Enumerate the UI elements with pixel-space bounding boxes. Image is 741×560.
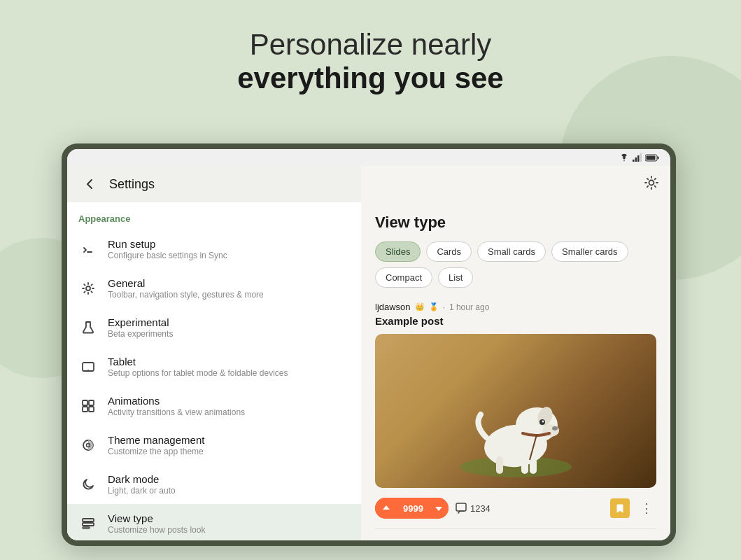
settings-item-theme-management[interactable]: Theme management Customize the app theme	[67, 426, 361, 465]
svg-rect-10	[83, 400, 87, 405]
post-image	[375, 334, 656, 488]
chip-cards[interactable]: Cards	[426, 241, 472, 262]
battery-icon	[645, 154, 659, 162]
svg-rect-3	[640, 153, 642, 162]
upvote-arrow-icon	[382, 504, 390, 512]
run-setup-title: Run setup	[108, 238, 227, 250]
settings-item-general[interactable]: General Toolbar, navigation style, gestu…	[67, 269, 361, 308]
divider	[375, 528, 656, 529]
headline-line1: Personalize nearly	[0, 28, 741, 62]
experimental-subtitle: Beta experiments	[108, 329, 173, 339]
right-toolbar	[361, 166, 670, 202]
post-title: Example post	[375, 315, 656, 327]
dark-mode-text: Dark mode Light, dark or auto	[108, 473, 176, 496]
downvote-arrow-icon	[435, 504, 443, 512]
view-type-subtitle: Customize how posts look	[108, 525, 205, 535]
gear-icon	[644, 175, 659, 190]
svg-point-7	[86, 286, 90, 290]
vote-button[interactable]: 9999	[375, 498, 449, 519]
experimental-text: Experimental Beta experiments	[108, 316, 173, 339]
vote-up-button[interactable]	[375, 498, 397, 519]
back-button[interactable]	[78, 173, 101, 195]
screen-content: Settings Appearance Run setup	[67, 166, 670, 540]
svg-rect-11	[89, 400, 94, 405]
animations-icon	[78, 396, 98, 416]
headline: Personalize nearly everything you see	[0, 0, 741, 95]
more-options-button[interactable]: ⋮	[637, 498, 656, 518]
tablet-subtitle: Setup options for tablet mode & foldable…	[108, 368, 288, 378]
theme-management-title: Theme management	[108, 434, 204, 446]
svg-rect-33	[456, 503, 466, 511]
settings-panel: Settings Appearance Run setup	[67, 166, 361, 540]
comment-icon	[456, 503, 467, 514]
post-badge-crown: 👑	[415, 302, 425, 312]
post-actions: 9999 1234	[375, 498, 656, 519]
post-meta: ljdawson 👑 🏅 · 1 hour ago	[375, 302, 656, 312]
chip-small-cards[interactable]: Small cards	[477, 241, 546, 262]
svg-point-27	[552, 426, 558, 430]
experimental-icon	[78, 318, 98, 337]
svg-point-29	[542, 421, 544, 423]
experimental-title: Experimental	[108, 316, 173, 328]
animations-text: Animations Activity transitions & view a…	[108, 395, 245, 417]
animations-subtitle: Activity transitions & view animations	[108, 407, 245, 417]
general-title: General	[108, 277, 264, 289]
device-frame: Settings Appearance Run setup	[62, 144, 676, 546]
theme-management-icon	[78, 435, 98, 455]
general-subtitle: Toolbar, navigation style, gestures & mo…	[108, 290, 264, 300]
theme-management-subtitle: Customize the app theme	[108, 447, 204, 456]
status-bar	[67, 149, 670, 166]
right-panel: View type Slides Cards Small cards Small…	[361, 166, 670, 540]
settings-item-run-setup[interactable]: Run setup Configure basic settings in Sy…	[67, 230, 361, 269]
settings-list: Appearance Run setup Configure basic set…	[67, 202, 361, 540]
view-type-text: View type Customize how posts look	[108, 512, 205, 535]
vote-count: 9999	[397, 503, 429, 514]
view-type-title: View type	[108, 512, 205, 524]
comment-button[interactable]: 1234	[456, 503, 491, 514]
chip-smaller-cards[interactable]: Smaller cards	[551, 241, 628, 262]
appearance-section-label: Appearance	[67, 202, 361, 230]
post-time: 1 hour ago	[449, 302, 489, 312]
settings-item-animations[interactable]: Animations Activity transitions & view a…	[67, 386, 361, 426]
svg-rect-2	[637, 155, 640, 162]
tablet-icon	[78, 357, 98, 377]
svg-point-9	[87, 370, 89, 371]
svg-rect-30	[521, 456, 528, 474]
svg-rect-12	[83, 407, 87, 412]
settings-header: Settings	[67, 166, 361, 202]
dark-mode-subtitle: Light, dark or auto	[108, 486, 176, 496]
post-badge-medal: 🏅	[429, 302, 439, 312]
chip-slides[interactable]: Slides	[375, 241, 421, 262]
settings-item-experimental[interactable]: Experimental Beta experiments	[67, 308, 361, 347]
svg-rect-1	[635, 158, 637, 162]
svg-rect-31	[530, 458, 537, 474]
dog-illustration	[446, 355, 586, 481]
bookmark-button[interactable]	[610, 498, 630, 518]
svg-rect-16	[83, 519, 94, 522]
dark-mode-title: Dark mode	[108, 473, 176, 485]
general-icon	[78, 279, 98, 298]
device-screen: Settings Appearance Run setup	[67, 149, 670, 540]
svg-rect-6	[647, 155, 656, 160]
settings-title: Settings	[109, 177, 155, 192]
vote-down-button[interactable]	[429, 498, 449, 519]
chip-compact[interactable]: Compact	[375, 267, 432, 288]
preview-options-label: Preview options	[375, 539, 656, 540]
run-setup-text: Run setup Configure basic settings in Sy…	[108, 238, 227, 260]
svg-rect-18	[83, 527, 90, 528]
svg-rect-32	[496, 456, 503, 474]
svg-point-21	[649, 181, 654, 186]
run-setup-icon	[78, 239, 98, 259]
settings-item-view-type[interactable]: View type Customize how posts look	[67, 504, 361, 540]
dark-mode-icon	[78, 475, 98, 494]
settings-item-tablet[interactable]: Tablet Setup options for tablet mode & f…	[67, 347, 361, 386]
back-arrow-icon	[83, 177, 97, 191]
comment-count: 1234	[470, 503, 491, 514]
theme-management-text: Theme management Customize the app theme	[108, 434, 204, 456]
settings-item-dark-mode[interactable]: Dark mode Light, dark or auto	[67, 465, 361, 504]
run-setup-subtitle: Configure basic settings in Sync	[108, 251, 227, 260]
settings-gear-button[interactable]	[644, 175, 659, 193]
animations-title: Animations	[108, 395, 245, 407]
svg-rect-0	[633, 160, 635, 162]
chip-list[interactable]: List	[438, 267, 473, 288]
